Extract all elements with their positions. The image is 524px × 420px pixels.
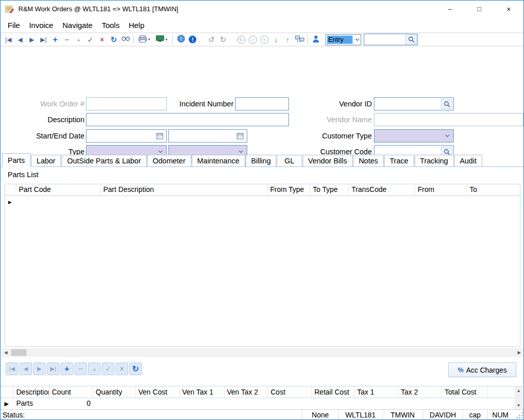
first-record-icon: |◀ [5, 36, 11, 43]
grid-previous-button[interactable]: ◀ [19, 362, 32, 375]
resize-grip[interactable] [514, 411, 523, 419]
vendor-id-input[interactable] [374, 98, 441, 110]
tab-tracking[interactable]: Tracking [415, 155, 454, 167]
network-button[interactable] [294, 34, 305, 45]
vendor-name-field[interactable] [374, 113, 523, 126]
summary-description-cell: Parts [14, 398, 49, 409]
tab-gl[interactable]: GL [277, 155, 302, 167]
status-cell-caps: cap [462, 410, 487, 419]
screen-dropdown-icon: ▼ [165, 38, 168, 41]
scroll-left-button[interactable]: ◀ [2, 348, 10, 357]
summary-tax1-cell [355, 398, 398, 409]
description-field[interactable] [86, 113, 289, 126]
summary-row-parts[interactable]: ► Parts 0 [1, 398, 524, 409]
acc-charges-label: Acc Charges [466, 366, 507, 374]
scroll-down-button[interactable]: ▼ [514, 401, 523, 410]
toolbar-separator [133, 35, 134, 44]
vendor-id-field[interactable] [374, 97, 454, 110]
acc-charges-button[interactable]: % Acc Charges [448, 362, 516, 377]
parts-grid-header: Part Code Part Description From Type To … [5, 184, 520, 196]
scroll-right-button[interactable]: ▶ [515, 348, 523, 357]
save-record-button[interactable]: ✓ [84, 34, 96, 45]
reject-button[interactable]: × [258, 34, 270, 45]
menu-file[interactable]: File [3, 18, 24, 32]
refresh-button[interactable]: ↻ [108, 34, 120, 45]
network-icon [295, 35, 304, 44]
summary-grid-vscrollbar[interactable]: ▲ ▼ [514, 386, 523, 410]
tab-audit[interactable]: Audit [454, 155, 482, 167]
print-button[interactable]: ▼ [136, 34, 153, 45]
column-header-cost: Cost [268, 386, 312, 398]
grid-next-button[interactable]: ▶ [33, 362, 46, 375]
work-order-input[interactable] [86, 98, 166, 110]
end-date-input[interactable] [169, 130, 235, 142]
parts-grid-hscrollbar[interactable]: ◀ ▶ [2, 348, 523, 357]
tab-labor[interactable]: Labor [31, 155, 61, 167]
export-button[interactable]: ↑ [282, 34, 294, 45]
sync-icon: ↻ [237, 36, 245, 44]
menu-invoice[interactable]: Invoice [24, 18, 58, 32]
grid-refresh-button[interactable]: ↻ [129, 362, 142, 375]
description-input[interactable] [86, 114, 288, 126]
menu-tools[interactable]: Tools [97, 18, 124, 32]
tab-maintenance[interactable]: Maintenance [192, 155, 245, 167]
grid-last-button[interactable]: ▶| [47, 362, 60, 375]
incident-number-field[interactable] [235, 97, 289, 110]
screen-button[interactable]: ▼ [153, 34, 170, 45]
previous-record-icon: ◀ [23, 366, 27, 372]
move-up-button[interactable]: ▲ [73, 34, 84, 45]
tab-notes[interactable]: Notes [353, 155, 384, 167]
start-date-picker-button[interactable] [154, 131, 165, 141]
add-record-button[interactable]: + [49, 34, 61, 45]
delete-record-button[interactable]: − [61, 34, 73, 45]
incident-number-input[interactable] [236, 98, 288, 110]
last-record-button[interactable]: ▶| [38, 34, 49, 45]
quick-search-input[interactable] [364, 36, 405, 43]
cancel-record-button[interactable]: × [96, 34, 108, 45]
grid-first-button[interactable]: |◀ [6, 362, 18, 375]
add-icon: + [65, 365, 69, 374]
end-date-picker-button[interactable] [235, 131, 246, 141]
web-button[interactable] [175, 34, 187, 45]
grid-delete-button[interactable]: − [74, 362, 87, 375]
grid-save-button[interactable]: ✓ [102, 362, 114, 375]
vendor-id-lookup-button[interactable] [441, 99, 452, 109]
hscroll-thumb[interactable] [11, 349, 26, 356]
menu-help[interactable]: Help [124, 18, 149, 32]
caret-up-icon: ▲ [76, 37, 81, 42]
menu-navigate[interactable]: Navigate [58, 18, 97, 32]
minimize-button[interactable]: – [435, 1, 464, 17]
grid-add-button[interactable]: + [61, 362, 73, 375]
next-record-button[interactable]: ▶ [26, 34, 38, 45]
info-button[interactable]: ! [187, 34, 198, 45]
grid-cancel-button[interactable]: × [115, 362, 128, 375]
redo-button[interactable]: ↻ [217, 34, 229, 45]
undo-button[interactable]: ↺ [206, 34, 217, 45]
work-order-field[interactable] [86, 97, 167, 110]
tab-odometer[interactable]: Odometer [147, 155, 191, 167]
scroll-up-button[interactable]: ▲ [514, 386, 523, 395]
sync-button[interactable]: ↻ [235, 34, 247, 45]
view-button[interactable] [120, 34, 131, 45]
grid-move-up-button[interactable]: ▲ [88, 362, 101, 375]
customer-type-select[interactable] [374, 129, 454, 143]
first-record-button[interactable]: |◀ [3, 34, 14, 45]
tab-trace[interactable]: Trace [384, 155, 414, 167]
approve-button[interactable]: ✓ [247, 34, 258, 45]
import-button[interactable]: ↓ [270, 34, 282, 45]
tab-outside-parts-labor[interactable]: OutSide Parts & Labor [62, 155, 147, 167]
tab-parts[interactable]: Parts [2, 153, 31, 167]
previous-record-button[interactable]: ◀ [14, 34, 26, 45]
summary-retail-cost-cell [312, 398, 355, 409]
close-button[interactable]: × [494, 1, 523, 17]
vendor-name-input[interactable] [374, 114, 523, 126]
search-button[interactable] [405, 35, 417, 44]
user-button[interactable] [310, 34, 322, 45]
start-date-field[interactable] [86, 129, 167, 143]
mode-select[interactable]: Entry [326, 34, 361, 45]
end-date-field[interactable] [168, 129, 247, 143]
start-date-input[interactable] [86, 130, 154, 142]
maximize-button[interactable]: □ [464, 1, 494, 17]
tab-vendor-bills[interactable]: Vendor Bills [303, 155, 353, 167]
tab-billing[interactable]: Billing [246, 155, 277, 167]
